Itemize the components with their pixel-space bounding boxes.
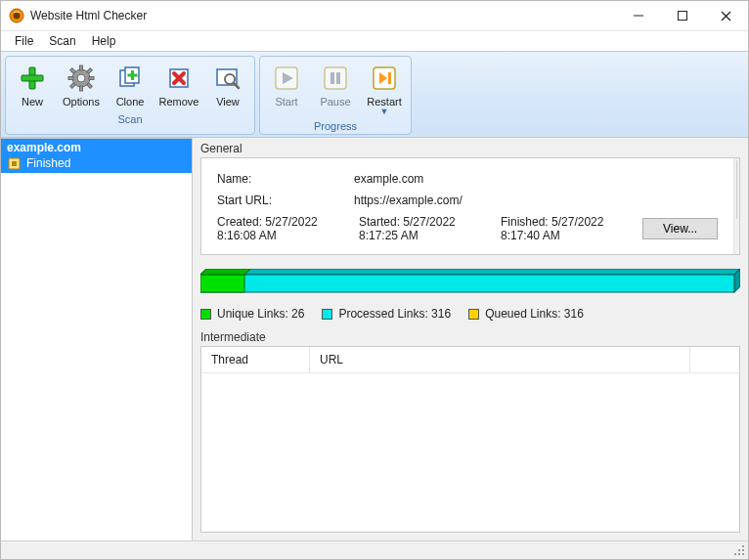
view-button[interactable]: View xyxy=(204,60,251,111)
chevron-down-icon: ▼ xyxy=(380,108,389,115)
maximize-button[interactable] xyxy=(660,1,704,30)
new-button[interactable]: New xyxy=(9,60,56,111)
clone-label: Clone xyxy=(116,96,145,108)
column-url[interactable]: URL xyxy=(310,347,690,372)
remove-icon xyxy=(163,63,195,94)
intermediate-header: Thread URL xyxy=(201,347,739,373)
column-thread[interactable]: Thread xyxy=(201,347,310,372)
created-time: Created: 5/27/2022 8:16:08 AM xyxy=(217,215,359,242)
svg-rect-37 xyxy=(12,161,17,166)
view-label: View xyxy=(216,96,240,108)
square-icon xyxy=(468,309,479,320)
svg-rect-48 xyxy=(742,553,744,555)
site-item[interactable]: example.com xyxy=(1,139,192,155)
svg-rect-31 xyxy=(330,72,334,84)
site-status-text: Finished xyxy=(26,156,70,170)
svg-rect-15 xyxy=(70,83,76,89)
intermediate-section-label: Intermediate xyxy=(193,326,748,346)
svg-rect-47 xyxy=(738,553,740,555)
ribbon-group-progress: Start Pause xyxy=(259,56,412,135)
start-button[interactable]: Start xyxy=(263,60,310,118)
svg-marker-38 xyxy=(200,269,740,275)
statusbar xyxy=(1,540,748,559)
titlebar: Website Html Checker xyxy=(1,1,748,31)
menu-file[interactable]: File xyxy=(7,32,41,50)
legend-queued: Queued Links: 316 xyxy=(468,307,584,321)
svg-line-27 xyxy=(234,83,239,88)
sidebar[interactable]: example.com Finished xyxy=(1,138,193,540)
svg-rect-35 xyxy=(388,72,391,84)
svg-marker-42 xyxy=(200,269,250,275)
progress-bar-svg xyxy=(200,269,740,294)
clone-button[interactable]: Clone xyxy=(107,60,154,111)
main-body: example.com Finished General Name: exa xyxy=(1,138,748,540)
ribbon-group-progress-label: Progress xyxy=(263,118,408,133)
options-button[interactable]: Options xyxy=(58,60,105,111)
general-scrollbar[interactable] xyxy=(733,158,739,254)
app-window: Website Html Checker File Scan Help xyxy=(0,0,749,560)
svg-rect-7 xyxy=(22,75,43,81)
app-icon xyxy=(9,8,24,23)
svg-rect-14 xyxy=(87,68,93,74)
start-url-label: Start URL: xyxy=(217,194,354,207)
menubar: File Scan Help xyxy=(1,31,748,51)
square-icon xyxy=(322,309,332,320)
svg-point-1 xyxy=(14,13,21,20)
legend-unique: Unique Links: 26 xyxy=(200,307,304,321)
column-tail xyxy=(690,347,739,372)
options-label: Options xyxy=(63,96,100,108)
menu-help[interactable]: Help xyxy=(84,32,124,50)
magnifier-icon xyxy=(212,63,243,94)
gear-icon xyxy=(66,63,97,94)
window-title: Website Html Checker xyxy=(30,9,616,22)
finished-time: Finished: 5/27/2022 8:17:40 AM xyxy=(501,215,642,242)
progress-bar xyxy=(200,269,740,297)
svg-rect-16 xyxy=(87,83,93,89)
started-time: Started: 5/27/2022 8:17:25 AM xyxy=(359,215,501,242)
scrollbar-thumb[interactable] xyxy=(736,160,737,219)
progress-legend: Unique Links: 26 Processed Links: 316 Qu… xyxy=(200,307,740,321)
view-details-button[interactable]: View... xyxy=(642,218,718,239)
menu-scan[interactable]: Scan xyxy=(41,32,83,50)
pause-icon xyxy=(320,63,351,94)
start-label: Start xyxy=(275,96,297,108)
ribbon: New xyxy=(1,51,748,138)
new-label: New xyxy=(22,96,43,108)
pause-label: Pause xyxy=(320,96,350,108)
svg-rect-41 xyxy=(200,275,244,292)
svg-rect-30 xyxy=(325,67,346,89)
plus-icon xyxy=(17,63,48,94)
resize-grip-icon[interactable] xyxy=(734,545,746,557)
site-status-row[interactable]: Finished xyxy=(1,155,192,173)
remove-button[interactable]: Remove xyxy=(155,60,202,111)
svg-rect-11 xyxy=(68,77,73,80)
finished-status-icon xyxy=(7,156,21,170)
close-button[interactable] xyxy=(704,1,748,30)
start-url-value: https://example.com/ xyxy=(354,194,718,207)
minimize-button[interactable] xyxy=(616,1,660,30)
square-icon xyxy=(200,309,211,320)
legend-processed: Processed Links: 316 xyxy=(322,307,451,321)
general-section-label: General xyxy=(193,138,748,157)
restart-icon xyxy=(369,63,400,94)
svg-point-17 xyxy=(77,74,85,82)
svg-rect-32 xyxy=(336,72,340,84)
svg-rect-45 xyxy=(742,549,744,551)
svg-rect-9 xyxy=(80,65,83,70)
clone-icon xyxy=(114,63,146,94)
general-panel: Name: example.com Start URL: https://exa… xyxy=(200,157,740,255)
svg-rect-21 xyxy=(128,74,138,77)
window-controls xyxy=(616,1,748,30)
svg-rect-40 xyxy=(200,275,734,292)
pause-button[interactable]: Pause xyxy=(312,60,359,118)
name-value: example.com xyxy=(354,172,718,186)
svg-rect-12 xyxy=(89,77,94,80)
svg-rect-10 xyxy=(80,86,83,91)
restart-button[interactable]: Restart ▼ xyxy=(361,60,408,118)
svg-rect-46 xyxy=(734,553,736,555)
svg-rect-13 xyxy=(70,68,76,74)
main-panel: General Name: example.com Start URL: htt… xyxy=(193,138,748,540)
remove-label: Remove xyxy=(159,96,199,108)
ribbon-group-scan: New xyxy=(5,56,255,135)
intermediate-panel: Thread URL xyxy=(200,346,740,533)
